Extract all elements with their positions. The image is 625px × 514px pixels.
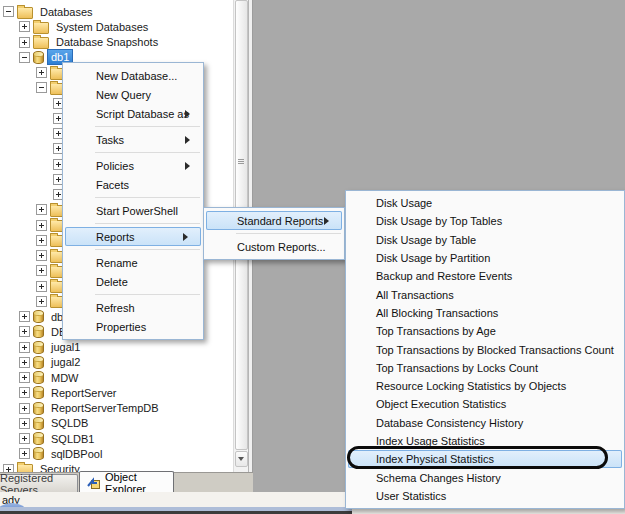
tree-item-mdw[interactable]: MDW [19,370,82,385]
collapse-icon[interactable] [36,82,47,93]
menu-item-backup-and-restore-events[interactable]: Backup and Restore Events [346,267,624,285]
menu-item-start-powershell[interactable]: Start PowerShell [63,201,203,220]
tree-item-databases[interactable]: Databases [3,4,96,19]
tree-item-jugal1[interactable]: jugal1 [19,340,83,355]
menu-item-all-transactions[interactable]: All Transactions [346,285,624,303]
expand-icon[interactable] [19,403,30,414]
menu-item-custom-reports[interactable]: Custom Reports... [204,237,344,256]
expand-icon[interactable] [19,326,30,337]
tree-item-label: ReportServerTempDB [48,401,162,415]
menu-item-label: Refresh [96,302,135,314]
menu-item-script-database-as[interactable]: Script Database as [63,104,203,123]
menu-item-new-query[interactable]: New Query [63,85,203,104]
menu-item-label: Delete [96,276,128,288]
menu-item-facets[interactable]: Facets [63,175,203,194]
menu-item-top-transactions-by-blocked-transactions-count[interactable]: Top Transactions by Blocked Transactions… [346,340,624,358]
menu-item-reports[interactable]: Reports [65,227,201,246]
menu-item-label: Rename [96,257,138,269]
menu-separator [236,233,341,234]
tree-item-label: Database Snapshots [53,35,161,49]
tree-item-database-snapshots[interactable]: Database Snapshots [19,35,161,50]
menu-item-label: Object Execution Statistics [376,398,506,410]
ssms-object-explorer-window: DatabasesSystem DatabasesDatabase Snapsh… [0,0,625,514]
tree-item-jugal2[interactable]: jugal2 [19,355,83,370]
expand-icon[interactable] [36,204,47,215]
expand-icon[interactable] [19,21,30,32]
database-icon [33,402,44,415]
menu-item-disk-usage-by-top-tables[interactable]: Disk Usage by Top Tables [346,212,624,230]
expand-icon[interactable] [19,342,30,353]
expand-icon[interactable] [19,357,30,368]
expand-icon[interactable] [19,37,30,48]
menu-item-top-transactions-by-age[interactable]: Top Transactions by Age [346,322,624,340]
tree-item-sqldb[interactable]: SQLDB [19,416,91,431]
expand-icon[interactable] [36,265,47,276]
tree-item-label: Databases [37,5,96,19]
menu-item-disk-usage[interactable]: Disk Usage [346,194,624,212]
expand-icon[interactable] [36,235,47,246]
menu-item-standard-reports[interactable]: Standard Reports [206,211,342,230]
tree-item-reportservertempdb[interactable]: ReportServerTempDB [19,401,162,416]
menu-item-label: Top Transactions by Age [376,325,496,337]
menu-item-label: All Blocking Transactions [376,307,498,319]
tree-item-label: SQLDB1 [48,432,97,446]
menu-item-disk-usage-by-partition[interactable]: Disk Usage by Partition [346,249,624,267]
menu-item-database-consistency-history[interactable]: Database Consistency History [346,414,624,432]
menu-item-all-blocking-transactions[interactable]: All Blocking Transactions [346,304,624,322]
expand-icon[interactable] [19,372,30,383]
menu-item-properties[interactable]: Properties [63,317,203,336]
expand-icon[interactable] [36,296,47,307]
menu-item-label: New Database... [96,70,177,82]
menu-item-label: Disk Usage by Partition [376,252,490,264]
menu-item-delete[interactable]: Delete [63,272,203,291]
collapse-icon[interactable] [19,52,30,63]
tree-item-sqldbpool[interactable]: sqlDBPool [19,446,105,461]
scrollbar-down-button[interactable] [235,451,248,467]
dock-tab-strip: Registered Servers Object Explorer [0,472,253,493]
expand-icon[interactable] [36,220,47,231]
expand-icon[interactable] [19,418,30,429]
menu-item-resource-locking-statistics-by-objects[interactable]: Resource Locking Statistics by Objects [346,377,624,395]
tree-item-sqldb1[interactable]: SQLDB1 [19,431,97,446]
menu-item-tasks[interactable]: Tasks [63,130,203,149]
expand-icon[interactable] [19,387,30,398]
menu-item-user-statistics[interactable]: User Statistics [346,487,624,505]
menu-item-policies[interactable]: Policies [63,156,203,175]
folder-icon [33,22,49,34]
menu-item-index-physical-statistics[interactable]: Index Physical Statistics [348,450,622,468]
menu-separator [95,294,200,295]
expand-icon[interactable] [19,311,30,322]
submenu-arrow-icon [183,233,192,241]
expand-icon[interactable] [36,281,47,292]
folder-icon [17,7,33,19]
expand-icon[interactable] [19,433,30,444]
menu-item-rename[interactable]: Rename [63,253,203,272]
collapse-icon[interactable] [3,6,14,17]
menu-item-refresh[interactable]: Refresh [63,298,203,317]
tree-item-reportserver[interactable]: ReportServer [19,385,119,400]
menu-item-disk-usage-by-table[interactable]: Disk Usage by Table [346,231,624,249]
tree-item-label: SQLDB [48,416,91,430]
tab-object-explorer[interactable]: Object Explorer [79,471,174,493]
expand-icon[interactable] [19,448,30,459]
menu-item-label: Start PowerShell [96,205,178,217]
expand-icon[interactable] [36,250,47,261]
menu-item-label: Script Database as [96,108,189,120]
tree-item-db[interactable]: db [19,309,66,324]
menu-item-new-database[interactable]: New Database... [63,66,203,85]
menu-item-label: Disk Usage [376,197,432,209]
submenu-arrow-icon [324,217,333,225]
tree-item-system-databases[interactable]: System Databases [19,19,151,34]
tree-item-label: ReportServer [48,386,119,400]
menu-item-label: Properties [96,321,146,333]
menu-item-index-usage-statistics[interactable]: Index Usage Statistics [346,432,624,450]
menu-item-schema-changes-history[interactable]: Schema Changes History [346,468,624,486]
tab-registered-servers[interactable]: Registered Servers [0,474,78,493]
menu-item-object-execution-statistics[interactable]: Object Execution Statistics [346,395,624,413]
menu-item-top-transactions-by-locks-count[interactable]: Top Transactions by Locks Count [346,359,624,377]
menu-item-label: All Transactions [376,289,454,301]
tree-item-label: MDW [48,371,82,385]
menu-item-label: Disk Usage by Top Tables [376,215,502,227]
menu-item-label: Custom Reports... [237,241,326,253]
expand-icon[interactable] [36,67,47,78]
